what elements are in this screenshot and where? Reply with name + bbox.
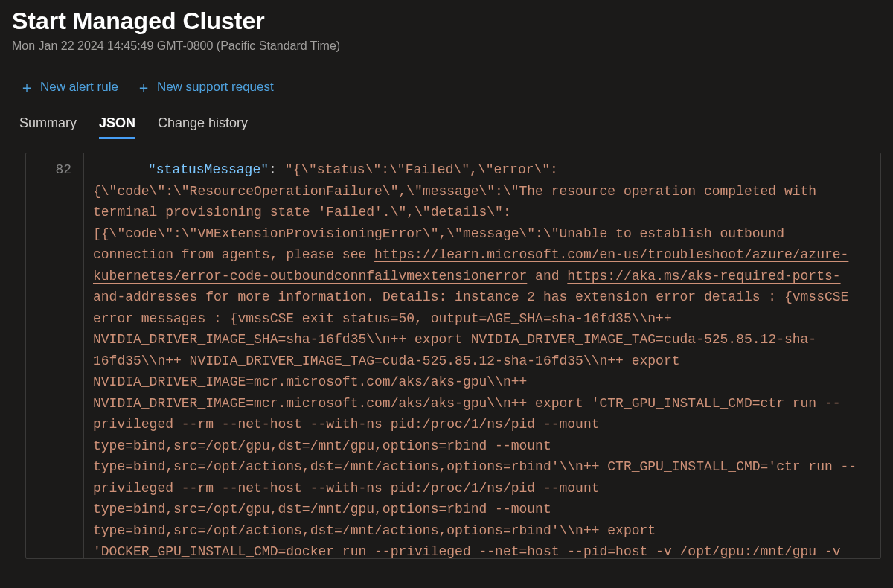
json-value-between: and — [527, 269, 567, 284]
plus-icon: ＋ — [19, 80, 34, 95]
json-key: "statusMessage" — [148, 162, 269, 177]
tab-json[interactable]: JSON — [99, 115, 135, 139]
new-support-request-label: New support request — [157, 80, 274, 95]
json-value-part-2: for more information. Details: instance … — [93, 290, 857, 559]
page-title: Start Managed Cluster — [12, 7, 881, 35]
line-number: 82 — [26, 159, 71, 181]
line-number-gutter: 82 — [26, 153, 84, 558]
new-alert-rule-label: New alert rule — [40, 80, 118, 95]
tab-change-history[interactable]: Change history — [158, 115, 248, 139]
new-alert-rule-button[interactable]: ＋ New alert rule — [19, 80, 118, 95]
new-support-request-button[interactable]: ＋ New support request — [136, 80, 274, 95]
tabs: Summary JSON Change history — [12, 115, 881, 139]
json-colon: : — [269, 162, 285, 177]
plus-icon: ＋ — [136, 80, 151, 95]
code-viewer[interactable]: 82 "statusMessage": "{\"status\":\"Faile… — [25, 153, 881, 559]
page-timestamp: Mon Jan 22 2024 14:45:49 GMT-0800 (Pacif… — [12, 39, 881, 53]
toolbar: ＋ New alert rule ＋ New support request — [12, 80, 881, 95]
tab-summary[interactable]: Summary — [19, 115, 77, 139]
code-content: "statusMessage": "{\"status\":\"Failed\"… — [84, 153, 880, 558]
